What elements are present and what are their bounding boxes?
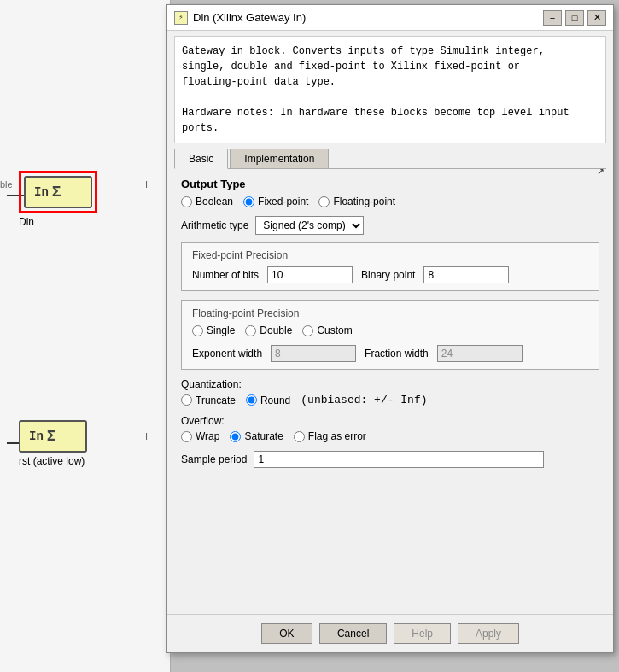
bits-input[interactable] [267,266,353,283]
close-button[interactable]: ✕ [587,10,606,26]
ok-button[interactable]: OK [261,623,312,644]
overflow-wrap-input[interactable] [181,431,192,442]
quant-truncate-input[interactable] [181,394,192,406]
desc-line3: floating-point data type. [182,76,336,88]
rst-block-in-label: In [29,429,44,443]
fixed-point-precision-title: Fixed-point Precision [192,249,588,261]
quant-truncate-label: Truncate [196,394,236,406]
fraction-label: Fraction width [365,348,429,359]
sigma-icon-2: Σ [47,428,56,445]
output-type-group: Boolean Fixed-point Floating-point [181,196,599,207]
binary-point-label: Binary point [361,269,415,281]
fp-radio-custom[interactable]: Custom [302,324,352,336]
fp-custom-label: Custom [317,324,352,336]
icon-text: ⚡ [178,13,183,22]
rst-block-container[interactable]: In Σ rst (active low) [19,420,87,467]
titlebar-buttons: − □ ✕ [543,10,606,26]
radio-floatingpoint-label: Floating-point [333,196,395,207]
help-button[interactable]: Help [394,623,451,644]
rst-block[interactable]: In Σ [19,420,87,453]
arithmetic-label: Arithmetic type [181,219,248,231]
radio-boolean-label: Boolean [196,196,233,207]
exponent-input[interactable] [271,345,356,362]
overflow-flag-label: Flag as error [308,430,366,442]
radio-boolean-input[interactable] [181,196,192,207]
arithmetic-row: Arithmetic type Signed (2's comp) Unsign… [181,216,599,235]
maximize-button[interactable]: □ [565,10,584,26]
floating-point-precision-box: Floating-point Precision Single Double C… [181,300,599,370]
minimize-button[interactable]: − [543,10,562,26]
quantization-label: Quantization: [181,378,599,390]
tab-basic[interactable]: Basic [174,149,228,169]
fp-single-label: Single [207,324,235,336]
overflow-label: Overflow: [181,415,599,427]
dialog-buttons: OK Cancel Help Apply [167,614,613,652]
dialog-icon: ⚡ [174,11,188,25]
fp-single-input[interactable] [192,325,203,336]
radio-floatingpoint-input[interactable] [318,196,330,207]
overflow-saturate-label: Saturate [244,430,283,442]
radio-fixedpoint-input[interactable] [243,196,254,207]
overflow-saturate[interactable]: Saturate [230,430,283,442]
radio-fixed-point[interactable]: Fixed-point [243,196,308,207]
quant-round-label: Round [260,394,290,406]
description-box: Gateway in block. Converts inputs of typ… [174,36,606,143]
din-block-name: Din [19,216,97,228]
radio-floating-point[interactable]: Floating-point [318,196,395,207]
output-type-label: Output Type [181,178,599,190]
bits-label: Number of bits [192,269,259,281]
exponent-label: Exponent width [192,348,262,359]
sample-period-input[interactable] [254,451,544,468]
din-block-in-label: In [34,185,49,199]
desc-line2: single, double and fixed-point to Xilinx… [182,61,520,73]
radio-fixedpoint-label: Fixed-point [258,196,308,207]
din-block-container[interactable]: In Σ Din [19,171,97,228]
overflow-wrap[interactable]: Wrap [181,430,219,442]
fp-type-group: Single Double Custom [192,324,588,336]
din-block[interactable]: In Σ [24,176,92,208]
apply-button[interactable]: Apply [458,623,519,644]
overflow-flag-input[interactable] [294,431,305,442]
quant-extra: (unbiased: +/- Inf) [301,394,427,406]
overflow-section: Overflow: Wrap Saturate Flag as error [181,415,599,442]
tab-implementation[interactable]: Implementation [230,149,329,168]
fp-radio-single[interactable]: Single [192,324,235,336]
overflow-group: Wrap Saturate Flag as error [181,430,599,442]
rst-block-name: rst (active low) [19,455,87,467]
quantization-section: Quantization: Truncate Round (unbiased: … [181,378,599,406]
quantization-group: Truncate Round (unbiased: +/- Inf) [181,394,599,406]
fixed-point-precision-box: Fixed-point Precision Number of bits Bin… [181,242,599,291]
title-left: ⚡ Din (Xilinx Gateway In) [174,11,306,25]
cancel-button[interactable]: Cancel [319,623,387,644]
floating-point-precision-title: Floating-point Precision [192,307,588,319]
edge-label-1: ble [0,179,13,190]
sample-period-row: Sample period [181,451,599,468]
fp-double-input[interactable] [245,325,256,336]
radio-boolean[interactable]: Boolean [181,196,233,207]
desc-line6: ports. [182,122,219,134]
desc-line5: Hardware notes: In hardware these blocks… [182,107,569,119]
desc-line1: Gateway in block. Converts inputs of typ… [182,45,545,57]
tab-bar: Basic Implementation [174,149,606,169]
fp-double-label: Double [260,324,292,336]
tab-content: Output Type Boolean Fixed-point Floating… [167,169,613,614]
sample-period-label: Sample period [181,453,247,465]
overflow-saturate-input[interactable] [230,431,241,442]
fp-precision-row: Exponent width Fraction width [192,345,588,362]
fp-custom-input[interactable] [302,325,313,336]
dialog-titlebar: ⚡ Din (Xilinx Gateway In) − □ ✕ [167,5,613,31]
binary-point-input[interactable] [423,266,509,283]
edge-label-2: I [145,179,148,190]
fraction-input[interactable] [437,345,523,362]
quant-round-input[interactable] [246,394,257,406]
dialog-window: ⚡ Din (Xilinx Gateway In) − □ ✕ Gateway … [166,4,614,653]
arithmetic-select[interactable]: Signed (2's comp) Unsigned [255,216,364,235]
precision-row: Number of bits Binary point [192,266,588,283]
edge-label-3: I [145,431,148,441]
quant-truncate[interactable]: Truncate [181,394,236,406]
quant-round[interactable]: Round [246,394,290,406]
simulink-canvas: ▶ In Σ Din ▶ In Σ rst (active low) ble I… [0,0,171,672]
overflow-flag[interactable]: Flag as error [294,430,366,442]
fp-radio-double[interactable]: Double [245,324,292,336]
overflow-wrap-label: Wrap [196,430,219,442]
